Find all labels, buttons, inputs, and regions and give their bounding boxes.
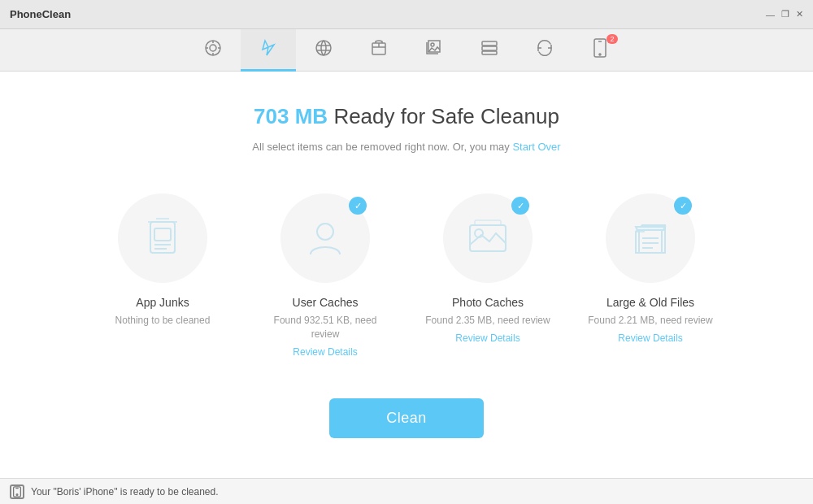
large-old-files-check: ✓ [674, 197, 692, 215]
photo-caches-svg [463, 214, 512, 263]
photo-caches-desc: Found 2.35 MB, need review [425, 314, 550, 328]
window-controls: — ❐ ✕ [766, 9, 803, 20]
toolbar-smart-clean[interactable] [185, 29, 241, 72]
start-over-link[interactable]: Start Over [512, 141, 560, 153]
svg-point-25 [317, 224, 333, 240]
card-app-junks: App Junks Nothing to be cleaned [98, 193, 228, 358]
large-old-files-icon-wrap: ✓ [606, 193, 695, 283]
svg-rect-14 [482, 46, 497, 50]
photos-icon [424, 38, 444, 60]
headline: 703 MB Ready for Safe Cleanup [254, 104, 559, 129]
user-caches-svg [301, 214, 350, 263]
svg-rect-15 [482, 51, 497, 54]
subtitle: All select items can be removed right no… [252, 141, 560, 153]
photo-caches-title: Photo Caches [452, 296, 524, 309]
card-large-old-files: ✓ Large & Old Files Found 2.21 MB, need … [585, 193, 715, 358]
svg-point-12 [431, 43, 434, 46]
svg-point-1 [210, 45, 216, 51]
maximize-button[interactable]: ❐ [781, 9, 789, 20]
user-caches-desc: Found 932.51 KB, need review [260, 314, 390, 341]
minimize-button[interactable]: — [766, 10, 775, 20]
quick-clean-icon [259, 38, 278, 60]
toolbar-sync[interactable] [517, 29, 572, 72]
app-title: PhoneClean [10, 8, 71, 20]
close-button[interactable]: ✕ [796, 9, 803, 20]
headline-text: Ready for Safe Cleanup [328, 104, 559, 128]
svg-rect-13 [482, 41, 497, 46]
photo-caches-check: ✓ [511, 197, 529, 215]
status-phone-icon [10, 484, 24, 499]
photo-caches-review-link[interactable]: Review Details [455, 332, 520, 344]
toolbar: 2 [0, 29, 813, 72]
svg-point-18 [599, 54, 601, 55]
user-caches-review-link[interactable]: Review Details [293, 346, 357, 358]
cards-row: App Junks Nothing to be cleaned ✓ User C… [98, 193, 715, 358]
user-caches-icon-wrap: ✓ [280, 193, 370, 283]
toolbar-phone[interactable]: 2 [572, 29, 628, 72]
sync-icon [535, 38, 554, 60]
status-bar: Your "Boris' iPhone" is ready to be clea… [0, 478, 813, 504]
app-junks-title: App Junks [136, 296, 189, 309]
app-junks-desc: Nothing to be cleaned [115, 314, 211, 328]
app-junks-svg [138, 214, 187, 263]
toolbar-internet-privacy[interactable] [296, 29, 351, 72]
clean-button[interactable]: Clean [329, 398, 484, 438]
svg-point-6 [316, 41, 331, 55]
svg-point-34 [16, 493, 18, 495]
subtitle-pre: All select items can be removed right no… [252, 141, 512, 153]
card-photo-caches: ✓ Photo Caches Found 2.35 MB, need revie… [423, 193, 553, 358]
toolbar-more[interactable] [462, 29, 517, 72]
toolbar-toolkit[interactable] [351, 29, 406, 72]
phone-badge: 2 [606, 34, 618, 44]
card-user-caches: ✓ User Caches Found 932.51 KB, need revi… [260, 193, 390, 358]
internet-privacy-icon [314, 38, 333, 60]
large-old-files-desc: Found 2.21 MB, need review [588, 314, 712, 328]
large-old-files-review-link[interactable]: Review Details [618, 332, 682, 344]
toolbar-photos[interactable] [406, 29, 462, 72]
large-old-files-title: Large & Old Files [606, 296, 694, 309]
status-text: Your "Boris' iPhone" is ready to be clea… [31, 486, 219, 497]
user-caches-title: User Caches [293, 296, 359, 309]
title-bar: PhoneClean — ❐ ✕ [0, 0, 813, 29]
app-junks-icon-wrap [118, 193, 207, 283]
toolkit-icon [369, 38, 389, 60]
cleanup-size: 703 MB [254, 104, 328, 128]
main-content: 703 MB Ready for Safe Cleanup All select… [0, 72, 813, 478]
toolbar-quick-clean[interactable] [241, 29, 296, 72]
user-caches-check: ✓ [349, 197, 367, 215]
more-icon [480, 38, 499, 60]
photo-caches-icon-wrap: ✓ [443, 193, 533, 283]
large-old-files-svg [626, 214, 675, 263]
svg-rect-20 [154, 228, 171, 241]
smart-clean-icon [203, 38, 223, 60]
